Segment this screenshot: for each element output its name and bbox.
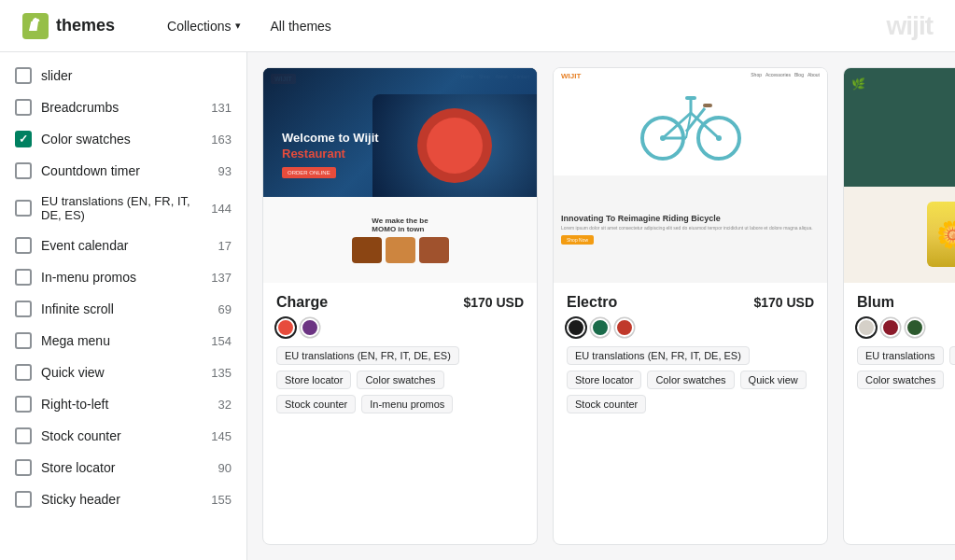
sidebar-checkbox-event-calendar[interactable] [15,237,32,254]
sidebar-item-breadcrumbs[interactable]: Breadcrumbs 131 [0,91,246,123]
theme-preview-electro: WIJIT ShopAccessoriesBlogAbout [554,68,827,283]
blum-tag-1: Store locator [949,346,955,365]
header-logo: themes [22,13,115,39]
sidebar-item-stock-counter[interactable]: Stock counter 145 [0,420,246,452]
theme-card-blum[interactable]: 🌿 The B... 🌼 [843,67,955,545]
blum-preview-image: 🌿 The B... 🌼 [844,68,955,283]
charge-name: Charge [276,294,328,311]
electro-info: Electro $170 USD EU translations (EN, FR… [554,283,827,544]
svg-text:🌿: 🌿 [851,77,865,91]
blum-tag-2: Color swatches [857,371,944,389]
sidebar-item-store-locator[interactable]: Store locator 90 [0,452,246,483]
blum-preview-bottom: 🌼 [844,187,955,284]
sidebar-item-right-to-left[interactable]: Right-to-left 32 [0,388,246,420]
electro-preview-logo: WIJIT [561,72,581,80]
theme-card-charge[interactable]: WIJIT HomeShopAboutContact [262,67,538,545]
electro-tag-4: Stock counter [567,395,646,413]
electro-name-row: Electro $170 USD [567,294,814,311]
blum-swatches [857,318,955,337]
theme-card-electro[interactable]: WIJIT ShopAccessoriesBlogAbout [553,67,828,545]
sidebar-checkbox-store-locator[interactable] [15,459,32,476]
charge-tags: EU translations (EN, FR, IT, DE, ES) Sto… [276,346,524,413]
charge-info: Charge $170 USD EU translations (EN, FR,… [263,283,537,544]
sidebar-checkbox-countdown-timer[interactable] [15,162,32,179]
electro-preview-bottom: Innovating To Reimagine Riding Bicycle L… [554,175,827,283]
sidebar-checkbox-right-to-left[interactable] [15,396,32,413]
charge-name-row: Charge $170 USD [276,294,524,311]
blum-preview-top: 🌿 The B... [844,68,955,187]
header-logo-text: themes [56,16,115,35]
sidebar-item-mega-menu[interactable]: Mega menu 154 [0,325,246,357]
sidebar-checkbox-quick-view[interactable] [15,364,32,381]
checkmark-icon: ✓ [19,133,28,146]
watermark-logo: wijit [887,11,933,41]
app-wrapper: themes Collections ▾ All themes wijit sl… [0,0,955,560]
blum-name-row: Blum [857,294,955,311]
blum-swatch-0[interactable] [857,318,876,337]
electro-cta: Shop Now [561,235,594,245]
shopify-logo-icon [22,13,49,39]
blum-tags: EU translations Store locator Color swat… [857,346,955,389]
sidebar-item-countdown-timer[interactable]: Countdown timer 93 [0,155,246,187]
blum-name: Blum [857,294,894,311]
blum-swatch-1[interactable] [881,318,900,337]
sidebar-item-in-menu-promos[interactable]: In-menu promos 137 [0,261,246,293]
charge-tag-1: Store locator [276,371,351,389]
electro-tag-3: Quick view [740,371,807,389]
sidebar-checkbox-sticky-header[interactable] [15,491,32,508]
electro-swatch-2[interactable] [615,318,634,337]
electro-nav-bar: ShopAccessoriesBlogAbout [751,72,820,77]
sidebar-checkbox-infinite-scroll[interactable] [15,301,32,317]
blum-swatch-2[interactable] [906,318,924,337]
sidebar-item-eu-translations[interactable]: EU translations (EN, FR, IT, DE, ES) 144 [0,187,246,230]
sidebar-checkbox-stock-counter[interactable] [15,427,32,444]
sidebar-item-color-swatches[interactable]: ✓ Color swatches 163 [0,123,246,155]
sidebar-checkbox-in-menu-promos[interactable] [15,269,32,286]
chevron-down-icon: ▾ [235,20,241,32]
charge-preview-bottom: We make the beMOMO in town [263,197,537,283]
sidebar-checkbox-breadcrumbs[interactable] [15,99,32,116]
electro-preview-top: WIJIT ShopAccessoriesBlogAbout [554,68,827,175]
svg-rect-12 [685,96,696,100]
charge-swatch-1[interactable] [301,318,319,337]
electro-tag-1: Store locator [567,371,641,389]
nav-collections[interactable]: Collections ▾ [167,19,240,34]
bicycle-illustration [635,80,747,164]
sidebar-item-infinite-scroll[interactable]: Infinite scroll 69 [0,293,246,325]
sidebar-checkbox-slider[interactable] [15,67,32,84]
electro-preview-image: WIJIT ShopAccessoriesBlogAbout [554,68,827,283]
sidebar-item-quick-view[interactable]: Quick view 135 [0,357,246,388]
charge-swatches [276,318,524,337]
svg-rect-10 [703,104,712,107]
electro-headline: Innovating To Reimagine Riding Bicycle [561,214,820,223]
sidebar-item-slider[interactable]: slider [0,60,246,91]
charge-preview-cta: ORDER ONLINE [282,167,336,178]
electro-swatch-0[interactable] [567,318,585,337]
theme-grid: WIJIT HomeShopAboutContact [247,52,955,560]
food-item-1 [352,237,382,263]
sidebar-checkbox-eu-translations[interactable] [15,200,32,217]
sidebar-item-event-calendar[interactable]: Event calendar 17 [0,230,246,261]
electro-tag-2: Color swatches [647,371,734,389]
electro-tag-0: EU translations (EN, FR, IT, DE, ES) [567,346,750,365]
charge-tag-3: Stock counter [276,395,356,413]
sidebar-checkbox-color-swatches[interactable]: ✓ [15,131,32,147]
charge-tag-2: Color swatches [357,371,443,389]
blum-preview-logo: 🌿 [851,74,889,93]
charge-price: $170 USD [463,295,524,310]
charge-preview-image: WIJIT HomeShopAboutContact [263,68,537,283]
main-layout: slider Breadcrumbs 131 ✓ Color swatches … [0,52,955,560]
electro-swatch-1[interactable] [591,318,610,337]
charge-swatch-0[interactable] [276,318,295,337]
electro-name: Electro [567,294,617,311]
nav-all-themes[interactable]: All themes [271,19,331,34]
food-item-2 [386,237,415,263]
electro-tags: EU translations (EN, FR, IT, DE, ES) Sto… [567,346,814,413]
sidebar-item-sticky-header[interactable]: Sticky header 155 [0,483,246,515]
charge-preview-food [352,237,449,263]
blum-tag-0: EU translations [857,346,944,365]
sidebar-checkbox-mega-menu[interactable] [15,332,32,349]
charge-tag-4: In-menu promos [361,395,453,413]
food-item-3 [419,237,449,263]
sidebar: slider Breadcrumbs 131 ✓ Color swatches … [0,52,247,560]
